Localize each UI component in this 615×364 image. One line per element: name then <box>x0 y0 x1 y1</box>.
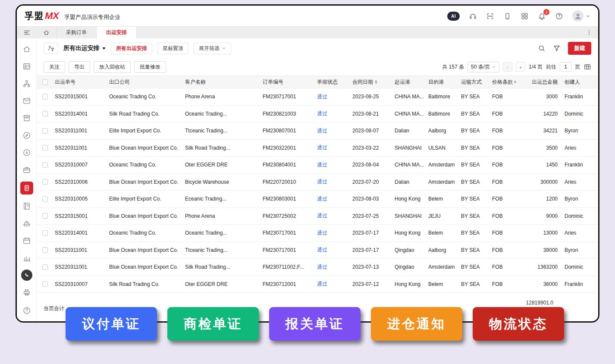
overlay-button-negotiation-docs[interactable]: 议付单证 <box>66 307 157 341</box>
col-order-no[interactable]: 订单编号 <box>261 78 315 86</box>
bar-chart-icon[interactable] <box>21 252 32 264</box>
sort-icon[interactable] <box>374 79 378 85</box>
status-link[interactable]: 通过 <box>317 230 327 236</box>
table-row[interactable]: SS220315001 Oceanic Trading Co. Phone Ar… <box>37 88 598 106</box>
row-checkbox[interactable] <box>37 196 53 202</box>
checkbox[interactable] <box>42 111 48 116</box>
status-link[interactable]: 通过 <box>317 110 327 116</box>
tab-more-icon[interactable] <box>586 30 592 36</box>
home-icon[interactable] <box>21 44 32 55</box>
search-icon[interactable] <box>538 44 546 52</box>
status-link[interactable]: 通过 <box>317 179 327 185</box>
table-row[interactable]: SS220314001 Oceanic Trading Co. Oceanic … <box>37 225 598 242</box>
notification-bell-icon[interactable]: 2 <box>538 12 546 20</box>
archive-box-icon[interactable] <box>21 113 32 124</box>
calendar-icon[interactable] <box>21 235 32 246</box>
row-checkbox[interactable] <box>37 162 53 168</box>
col-creator[interactable]: 创建人 <box>559 78 598 86</box>
col-total-amount[interactable]: 出运总金额 <box>518 78 559 86</box>
notebook-icon[interactable] <box>21 201 32 212</box>
star-top-filter[interactable]: 星标置顶 <box>157 43 188 54</box>
select-all-checkbox[interactable] <box>37 79 53 85</box>
col-port-of-loading[interactable]: 起运港 <box>393 78 427 86</box>
table-row[interactable]: SS220310007 Oceanic Trading Co. Oter EGG… <box>37 157 598 174</box>
row-checkbox[interactable] <box>37 247 53 253</box>
checkbox[interactable] <box>42 179 48 185</box>
status-link[interactable]: 通过 <box>317 128 327 134</box>
table-row[interactable]: SS220311001 Elite Import Export Co. Ttce… <box>37 122 598 140</box>
prev-page-button[interactable]: ‹ <box>503 62 512 72</box>
tab-shipping-arrangement[interactable]: 出运安排 <box>97 27 137 38</box>
ai-assistant-button[interactable]: AI <box>447 12 460 21</box>
printer-icon[interactable] <box>21 287 32 298</box>
briefcase-icon[interactable] <box>21 164 32 176</box>
overlay-button-inspection-docs[interactable]: 商检单证 <box>167 307 259 341</box>
phone-icon[interactable] <box>21 270 32 281</box>
table-settings-icon[interactable] <box>584 63 591 71</box>
mobile-icon[interactable] <box>503 12 511 20</box>
table-row[interactable]: SS220310007 Silk Road Trading Co. Oter E… <box>37 276 598 293</box>
col-destination-port[interactable]: 目的港 <box>427 78 459 86</box>
table-row[interactable]: SS220314001 Silk Road Trading Co. Oceani… <box>37 106 598 123</box>
checkbox[interactable] <box>42 128 48 134</box>
table-row[interactable]: SS220311001 Blue Ocean Import Export Co.… <box>37 140 598 157</box>
row-checkbox[interactable] <box>37 94 53 100</box>
row-checkbox[interactable] <box>37 281 53 287</box>
headset-icon[interactable] <box>469 12 477 20</box>
overlay-button-logistics-status[interactable]: 物流状态 <box>473 307 564 341</box>
recycle-bin-button[interactable]: 放入回收站 <box>94 61 131 73</box>
checkbox[interactable] <box>42 247 48 253</box>
checkbox[interactable] <box>42 79 48 85</box>
checkbox[interactable] <box>42 281 48 287</box>
contacts-icon[interactable] <box>21 61 32 72</box>
checkbox[interactable] <box>42 230 48 236</box>
collapse-sidebar-icon[interactable] <box>17 27 37 38</box>
col-shipment-no[interactable]: 出运单号 <box>53 78 107 86</box>
target-a-icon[interactable]: A <box>21 147 32 158</box>
overlay-button-warehouse-notice[interactable]: 进仓通知 <box>371 307 462 341</box>
export-button[interactable]: 导出 <box>69 61 90 73</box>
col-transport-mode[interactable]: 运输方式 <box>459 78 490 86</box>
table-row[interactable]: SS220315001 Blue Ocean Import Export Co.… <box>37 208 598 225</box>
checkbox[interactable] <box>42 162 48 168</box>
row-checkbox[interactable] <box>37 145 53 151</box>
status-link[interactable]: 通过 <box>317 281 327 287</box>
follow-button[interactable]: 关注 <box>44 61 65 73</box>
col-exporter[interactable]: 出口公司 <box>107 78 183 86</box>
status-link[interactable]: 通过 <box>317 213 327 219</box>
col-status[interactable]: 单据状态 <box>315 78 351 86</box>
checkbox[interactable] <box>42 94 48 100</box>
row-checkbox[interactable] <box>37 230 53 236</box>
saved-filter-icon[interactable] <box>44 43 58 54</box>
apps-grid-icon[interactable] <box>521 12 529 20</box>
status-link[interactable]: 通过 <box>317 196 327 202</box>
new-button[interactable]: 新建 <box>568 42 591 55</box>
batch-edit-button[interactable]: 批量修改 <box>134 61 166 73</box>
row-checkbox[interactable] <box>37 128 53 134</box>
table-row[interactable]: SS220311001 Blue Ocean Import Export Co.… <box>37 242 598 259</box>
user-menu[interactable] <box>572 10 590 22</box>
page-size-select[interactable]: 50 条/页 <box>468 62 499 72</box>
sort-icon[interactable] <box>514 79 516 85</box>
row-checkbox[interactable] <box>37 179 53 185</box>
checkbox[interactable] <box>42 145 48 151</box>
shipping-docs-icon[interactable] <box>20 182 33 195</box>
quick-filter-all[interactable]: 所有出运安排 <box>111 43 152 54</box>
scan-icon[interactable] <box>486 12 494 20</box>
row-checkbox[interactable] <box>37 213 53 219</box>
table-row[interactable]: SS220310006 Blue Ocean Import Export Co.… <box>37 174 598 191</box>
status-link[interactable]: 通过 <box>317 162 327 168</box>
checkbox[interactable] <box>42 264 48 270</box>
expand-filter-toggle[interactable]: 展开筛选 <box>194 43 231 54</box>
tab-purchase-orders[interactable]: 采购订单 <box>56 27 97 38</box>
checkbox[interactable] <box>42 213 48 219</box>
org-structure-icon[interactable] <box>21 78 32 89</box>
col-price-terms[interactable]: 价格条款 <box>490 78 518 86</box>
help-circle-icon[interactable] <box>21 305 32 316</box>
mail-icon[interactable] <box>21 95 32 107</box>
compass-icon[interactable] <box>21 130 32 141</box>
ship-icon[interactable] <box>21 218 32 229</box>
col-customer[interactable]: 客户名称 <box>183 78 261 86</box>
help-icon[interactable] <box>555 12 563 20</box>
table-row[interactable]: SS220311001 Blue Ocean Import Export Co.… <box>37 259 598 276</box>
